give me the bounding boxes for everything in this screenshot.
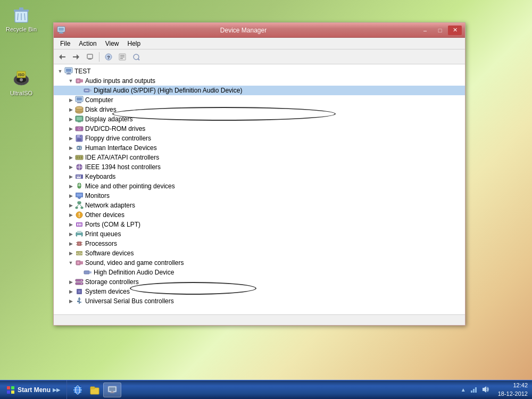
toolbar-sep1: [99, 52, 99, 62]
taskbar-explorer[interactable]: [86, 383, 103, 397]
expander-print[interactable]: ▶: [66, 230, 75, 238]
expander-sysdev[interactable]: ▶: [66, 287, 75, 296]
show-desktop-button[interactable]: ▲: [461, 387, 466, 393]
window-title: Device Manager: [69, 27, 418, 34]
svg-rect-78: [78, 202, 81, 204]
tree-item-computer[interactable]: ▶Computer: [54, 95, 465, 105]
tree-item-storage[interactable]: ▶Storage controllers: [54, 277, 465, 287]
svg-rect-80: [81, 207, 83, 209]
icon-monitors: [75, 192, 84, 200]
expander-sound[interactable]: ▼: [66, 259, 75, 267]
expander-disk[interactable]: ▶: [66, 105, 75, 114]
tree-item-kbd[interactable]: ▶Keyboards: [54, 172, 465, 181]
expander-display[interactable]: ▶: [66, 115, 75, 123]
expander-other[interactable]: ▶: [66, 211, 75, 219]
tree-item-print[interactable]: ▶Print queues: [54, 229, 465, 239]
tree-item-disk[interactable]: ▶Disk drives: [54, 105, 465, 114]
expander-ports[interactable]: ▶: [66, 220, 75, 229]
minimize-button[interactable]: –: [418, 26, 432, 35]
label-usb: Universal Serial Bus controllers: [85, 297, 174, 305]
tree-item-sw[interactable]: ▶</>Software devices: [54, 248, 465, 258]
svg-rect-2: [19, 7, 23, 10]
expander-proc[interactable]: ▶: [66, 239, 75, 248]
start-button[interactable]: Start Menu ▶▶: [0, 380, 67, 399]
tree-item-network[interactable]: ▶Network adapters: [54, 201, 465, 210]
tree-item-dvd[interactable]: ▶DVD/CD-ROM drives: [54, 124, 465, 134]
tree-item-sysdev[interactable]: ▶System devices: [54, 287, 465, 296]
forward-button[interactable]: [70, 51, 82, 63]
tree-item-hid[interactable]: ▶Human Interface Devices: [54, 143, 465, 153]
maximize-button[interactable]: □: [433, 26, 447, 35]
svg-rect-119: [7, 386, 10, 389]
tree-item-sound[interactable]: ▼Sound, video and game controllers: [54, 258, 465, 268]
icon-dvd: [75, 124, 84, 133]
help-button[interactable]: ?: [102, 51, 115, 63]
menu-action[interactable]: Action: [74, 39, 101, 48]
expander-ide[interactable]: ▶: [66, 153, 75, 162]
icon-ieee: [75, 163, 84, 171]
icon-print: [75, 230, 84, 238]
expander-network[interactable]: ▶: [66, 201, 75, 210]
expander-sw[interactable]: ▶: [66, 249, 75, 257]
tree-item-ide[interactable]: ▶IDE ATA/ATAPI controllers: [54, 153, 465, 162]
expander-kbd[interactable]: ▶: [66, 172, 75, 181]
expander-ieee[interactable]: ▶: [66, 163, 75, 171]
label-digital-audio: Digital Audio (S/PDIF) (High Definition …: [94, 87, 242, 94]
expander-dvd[interactable]: ▶: [66, 124, 75, 133]
menu-help[interactable]: Help: [123, 39, 145, 48]
properties-button[interactable]: [116, 51, 129, 63]
label-display: Display adapters: [85, 115, 132, 123]
tree-item-ieee[interactable]: ▶IEEE 1394 host controllers: [54, 162, 465, 172]
network-icon: [469, 385, 478, 395]
icon-sound: [75, 259, 84, 267]
icon-audio: [75, 77, 84, 85]
expander-test[interactable]: ▼: [56, 67, 64, 76]
tree-item-ports[interactable]: ▶Ports (COM & LPT): [54, 220, 465, 229]
tree-item-usb[interactable]: ▶Universal Serial Bus controllers: [54, 296, 465, 306]
icon-ports: [75, 220, 84, 229]
ultraiso-icon[interactable]: ISO UltraISO: [5, 69, 37, 96]
tree-item-proc[interactable]: ▶Processors: [54, 239, 465, 248]
close-button[interactable]: ✕: [448, 26, 462, 35]
icon-storage: [75, 278, 84, 286]
tree-item-hd-audio[interactable]: High Definition Audio Device: [54, 268, 465, 277]
menu-view[interactable]: View: [101, 39, 123, 48]
icon-kbd: [75, 172, 84, 181]
expander-monitors[interactable]: ▶: [66, 192, 75, 200]
expander-mice[interactable]: ▶: [66, 182, 75, 190]
tree-item-other[interactable]: ▶!Other devices: [54, 210, 465, 220]
recycle-bin-icon[interactable]: Recycle Bin: [5, 5, 37, 32]
tree-item-test[interactable]: ▼TEST: [54, 66, 465, 76]
tree-item-digital-audio[interactable]: Digital Audio (S/PDIF) (High Definition …: [54, 86, 465, 95]
volume-icon[interactable]: [481, 385, 489, 395]
icon-display: [75, 115, 84, 123]
expander-usb[interactable]: ▶: [66, 297, 75, 305]
expander-storage[interactable]: ▶: [66, 278, 75, 286]
svg-rect-32: [68, 72, 70, 73]
expander-computer[interactable]: ▶: [66, 96, 75, 104]
svg-rect-12: [59, 28, 64, 31]
expander-audio[interactable]: ▼: [66, 77, 75, 85]
label-kbd: Keyboards: [85, 173, 115, 180]
back-button[interactable]: [56, 51, 69, 63]
tree-item-monitors[interactable]: ▶Monitors: [54, 191, 465, 201]
menu-file[interactable]: File: [56, 39, 74, 48]
scan-button[interactable]: [130, 51, 143, 63]
taskbar-items: [67, 380, 456, 399]
svg-rect-60: [77, 156, 78, 159]
tree-item-floppy[interactable]: ▶Floppy drive controllers: [54, 134, 465, 143]
tree-item-mice[interactable]: ▶Mice and other pointing devices: [54, 181, 465, 191]
expander-hid[interactable]: ▶: [66, 144, 75, 152]
up-button[interactable]: [84, 51, 96, 63]
svg-rect-53: [80, 136, 81, 137]
label-computer: Computer: [85, 96, 113, 104]
tree-item-display[interactable]: ▶Display adapters: [54, 114, 465, 124]
tree-item-audio[interactable]: ▼Audio inputs and outputs: [54, 76, 465, 86]
tree-view[interactable]: ▼TEST▼Audio inputs and outputsDigital Au…: [54, 64, 465, 314]
expander-floppy[interactable]: ▶: [66, 134, 75, 143]
label-network: Network adapters: [85, 202, 135, 209]
taskbar-ie[interactable]: [69, 383, 86, 397]
label-floppy: Floppy drive controllers: [85, 135, 151, 142]
taskbar-device-mgr[interactable]: [103, 383, 121, 397]
svg-rect-132: [110, 392, 114, 393]
